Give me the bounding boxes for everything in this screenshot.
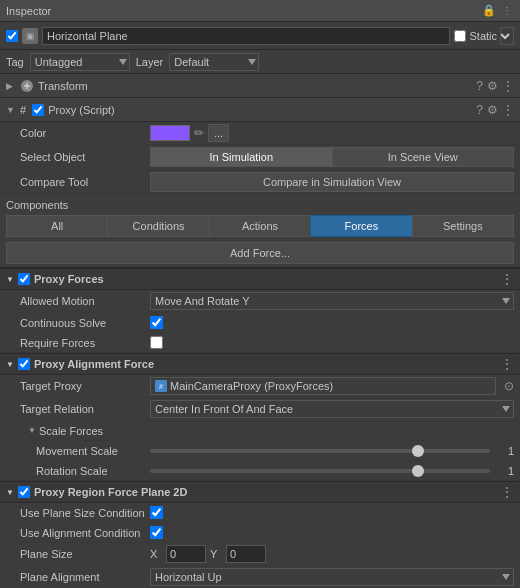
proxy-menu-icon[interactable]: ⋮ [502, 103, 514, 117]
proxy-region-header[interactable]: ▼ Proxy Region Force Plane 2D ⋮ [0, 481, 520, 503]
object-enabled-checkbox[interactable] [6, 30, 18, 42]
continuous-solve-row: Continuous Solve [0, 313, 520, 333]
tag-select[interactable]: Untagged [30, 53, 130, 71]
lock-icon[interactable]: 🔒 [482, 4, 496, 17]
proxy-alignment-menu[interactable]: ⋮ [500, 356, 514, 372]
proxy-forces-title: Proxy Forces [34, 273, 496, 285]
compare-btn[interactable]: Compare in Simulation View [150, 172, 514, 192]
proxy-alignment-header[interactable]: ▼ Proxy Alignment Force ⋮ [0, 353, 520, 375]
allowed-motion-value: Move And Rotate Y [150, 292, 514, 310]
plane-alignment-value: Horizontal Up [150, 568, 514, 586]
transform-header-icons: ? ⚙ ⋮ [476, 79, 514, 93]
proxy-forces-header[interactable]: ▼ Proxy Forces ⋮ [0, 268, 520, 290]
plane-size-row: Plane Size X Y [0, 543, 520, 566]
tag-layer-row: Tag Untagged Layer Default [0, 50, 520, 74]
menu-icon[interactable]: ⋮ [500, 4, 514, 18]
movement-scale-slider[interactable] [150, 449, 490, 453]
layer-label: Layer [136, 56, 164, 68]
use-alignment-value [150, 526, 514, 539]
require-forces-row: Require Forces [0, 333, 520, 353]
require-forces-label: Require Forces [20, 337, 150, 349]
tab-all[interactable]: All [6, 215, 107, 237]
plane-size-y-label: Y [210, 548, 222, 560]
rotation-scale-slider[interactable] [150, 469, 490, 473]
static-label: Static [469, 30, 497, 42]
layer-select[interactable]: Default [169, 53, 259, 71]
proxy-settings-icon[interactable]: ⚙ [487, 103, 498, 117]
target-relation-row: Target Relation Center In Front Of And F… [0, 398, 520, 421]
static-dropdown[interactable] [500, 27, 514, 45]
proxy-help-icon[interactable]: ? [476, 103, 483, 117]
transform-menu-icon[interactable]: ⋮ [502, 79, 514, 93]
components-title-row: Components [0, 195, 520, 213]
in-scene-view-btn[interactable]: In Scene View [332, 147, 515, 167]
rotation-scale-row: Rotation Scale 1 [0, 461, 520, 481]
components-section: Components All Conditions Actions Forces… [0, 195, 520, 268]
target-proxy-label: Target Proxy [20, 380, 150, 392]
proxy-alignment-enabled[interactable] [18, 358, 30, 370]
proxy-text: MainCameraProxy (ProxyForces) [170, 380, 491, 392]
proxy-script-enabled[interactable] [32, 104, 44, 116]
require-forces-checkbox[interactable] [150, 336, 163, 349]
continuous-solve-checkbox[interactable] [150, 316, 163, 329]
color-label: Color [20, 127, 150, 139]
plane-size-value: X Y [150, 545, 514, 563]
transform-icon [20, 79, 34, 93]
proxy-forces-enabled[interactable] [18, 273, 30, 285]
dots-button[interactable]: ... [208, 124, 229, 142]
use-alignment-label: Use Alignment Condition [20, 527, 150, 539]
movement-scale-row: Movement Scale 1 [0, 441, 520, 461]
color-swatch[interactable] [150, 125, 190, 141]
scale-forces-arrow: ▼ [28, 426, 36, 435]
transform-settings-icon[interactable]: ⚙ [487, 79, 498, 93]
tab-forces[interactable]: Forces [310, 215, 411, 237]
in-simulation-btn[interactable]: In Simulation [150, 147, 332, 167]
proxy-region-arrow: ▼ [6, 488, 14, 497]
tab-settings[interactable]: Settings [412, 215, 514, 237]
tab-actions[interactable]: Actions [209, 215, 310, 237]
transform-help-icon[interactable]: ? [476, 79, 483, 93]
use-plane-size-row: Use Plane Size Condition [0, 503, 520, 523]
movement-scale-value: 1 [494, 445, 514, 457]
target-proxy-field[interactable]: # MainCameraProxy (ProxyForces) [150, 377, 496, 395]
allowed-motion-select[interactable]: Move And Rotate Y [150, 292, 514, 310]
color-row: Color ✏ ... [0, 122, 520, 145]
inspector-titlebar: Inspector 🔒 ⋮ [0, 0, 520, 22]
target-proxy-value: # MainCameraProxy (ProxyForces) ⊙ [150, 377, 514, 395]
proxy-alignment-title: Proxy Alignment Force [34, 358, 496, 370]
components-title: Components [6, 199, 68, 211]
proxy-script-header[interactable]: ▼ # Proxy (Script) ? ⚙ ⋮ [0, 98, 520, 122]
select-object-value: In Simulation In Scene View [150, 147, 514, 167]
proxy-region-enabled[interactable] [18, 486, 30, 498]
proxy-forces-menu[interactable]: ⋮ [500, 271, 514, 287]
plane-alignment-row: Plane Alignment Horizontal Up [0, 566, 520, 588]
add-force-btn[interactable]: Add Force... [6, 242, 514, 264]
color-value: ✏ ... [150, 124, 514, 142]
static-checkbox[interactable] [454, 30, 466, 42]
object-name-input[interactable]: Horizontal Plane [42, 27, 450, 45]
target-select-icon[interactable]: ⊙ [504, 379, 514, 393]
rotation-scale-label: Rotation Scale [36, 465, 150, 477]
pencil-icon[interactable]: ✏ [194, 126, 204, 140]
transform-header[interactable]: ▶ Transform ? ⚙ ⋮ [0, 74, 520, 98]
object-header: ▣ Horizontal Plane Static [0, 22, 520, 50]
plane-alignment-select[interactable]: Horizontal Up [150, 568, 514, 586]
allowed-motion-row: Allowed Motion Move And Rotate Y [0, 290, 520, 313]
proxy-forces-arrow: ▼ [6, 275, 14, 284]
plane-size-x-label: X [150, 548, 162, 560]
scale-forces-subheader[interactable]: ▼ Scale Forces [0, 421, 520, 441]
use-plane-size-checkbox[interactable] [150, 506, 163, 519]
transform-arrow: ▶ [6, 81, 16, 91]
use-alignment-checkbox[interactable] [150, 526, 163, 539]
plane-size-y-input[interactable] [226, 545, 266, 563]
proxy-region-menu[interactable]: ⋮ [500, 484, 514, 500]
plane-size-x-input[interactable] [166, 545, 206, 563]
proxy-alignment-arrow: ▼ [6, 360, 14, 369]
tab-conditions[interactable]: Conditions [107, 215, 208, 237]
movement-scale-label: Movement Scale [36, 445, 150, 457]
target-relation-select[interactable]: Center In Front Of And Face [150, 400, 514, 418]
use-plane-size-label: Use Plane Size Condition [20, 507, 150, 519]
tabs-row: All Conditions Actions Forces Settings [0, 213, 520, 239]
proxy-hash-icon: # [20, 104, 26, 116]
proxy-region-title: Proxy Region Force Plane 2D [34, 486, 496, 498]
